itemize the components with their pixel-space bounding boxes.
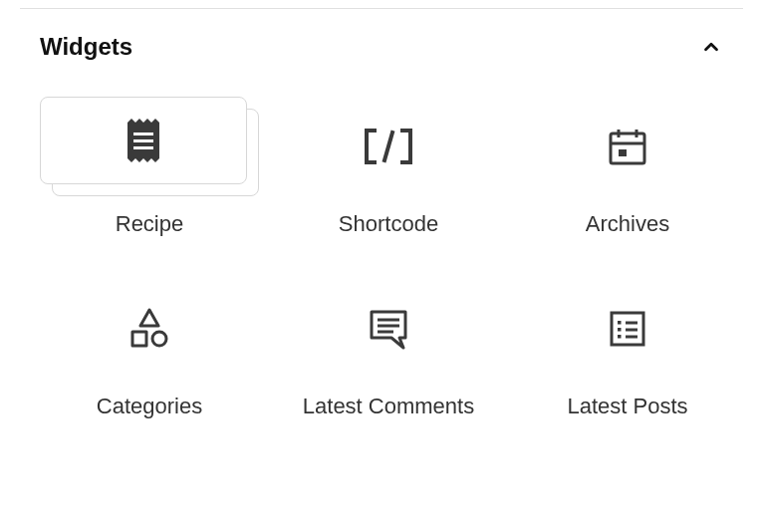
widget-shortcode-label: Shortcode bbox=[339, 210, 438, 239]
svg-rect-8 bbox=[619, 149, 627, 156]
recipe-icon bbox=[124, 119, 163, 162]
svg-rect-10 bbox=[132, 332, 146, 346]
widget-categories-label: Categories bbox=[97, 393, 202, 421]
svg-rect-4 bbox=[611, 133, 644, 163]
widget-grid: Recipe Shortcode bbox=[40, 77, 723, 420]
svg-rect-0 bbox=[133, 133, 153, 135]
svg-point-11 bbox=[152, 332, 166, 346]
widget-shortcode[interactable]: Shortcode bbox=[279, 97, 498, 239]
widget-latest-posts[interactable]: Latest Posts bbox=[518, 279, 737, 421]
svg-line-3 bbox=[384, 133, 392, 160]
panel-header[interactable]: Widgets bbox=[40, 9, 723, 77]
widget-comments-label: Latest Comments bbox=[303, 393, 474, 421]
widget-posts-label: Latest Posts bbox=[567, 393, 687, 421]
svg-rect-2 bbox=[133, 146, 153, 149]
widget-recipe-label: Recipe bbox=[116, 210, 183, 239]
widget-archives[interactable]: Archives bbox=[518, 97, 737, 239]
svg-rect-20 bbox=[618, 335, 622, 339]
recipe-card-front bbox=[40, 97, 247, 184]
posts-icon bbox=[518, 279, 737, 379]
widget-latest-comments[interactable]: Latest Comments bbox=[279, 279, 498, 421]
recipe-card-stack bbox=[40, 97, 259, 196]
svg-marker-9 bbox=[140, 310, 158, 326]
widget-archives-label: Archives bbox=[586, 210, 669, 239]
widgets-panel: Widgets bbox=[0, 9, 763, 420]
widget-categories[interactable]: Categories bbox=[40, 279, 259, 421]
svg-rect-18 bbox=[618, 328, 622, 332]
comments-icon bbox=[279, 279, 498, 379]
categories-icon bbox=[40, 279, 259, 379]
chevron-up-icon bbox=[699, 35, 723, 59]
svg-rect-16 bbox=[618, 321, 622, 325]
archives-icon bbox=[518, 97, 737, 196]
widget-recipe[interactable]: Recipe bbox=[40, 97, 259, 239]
panel-title: Widgets bbox=[40, 33, 132, 61]
shortcode-icon bbox=[279, 97, 498, 196]
svg-rect-1 bbox=[133, 139, 153, 142]
